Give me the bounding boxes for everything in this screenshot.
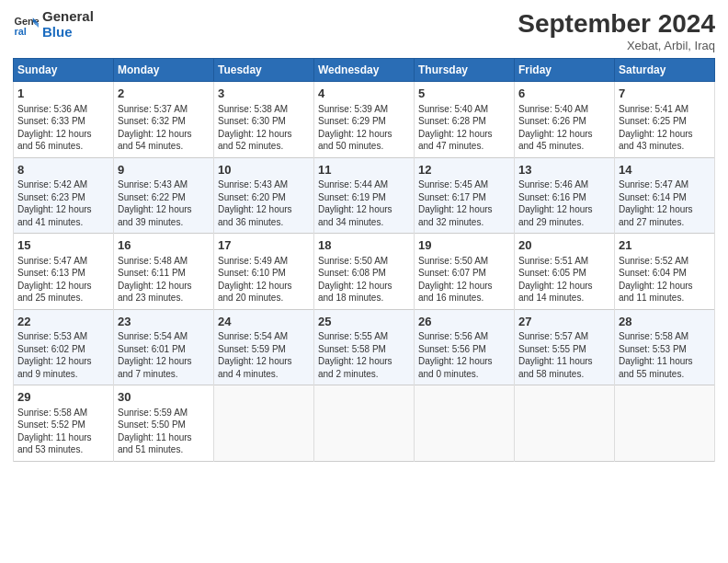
day-number: 14 [619, 162, 711, 178]
calendar-cell: 30Sunrise: 5:59 AM Sunset: 5:50 PM Dayli… [114, 385, 214, 462]
day-number: 7 [619, 86, 711, 102]
calendar-cell: 1Sunrise: 5:36 AM Sunset: 6:33 PM Daylig… [14, 82, 114, 158]
day-number: 28 [619, 314, 711, 330]
calendar-cell: 5Sunrise: 5:40 AM Sunset: 6:28 PM Daylig… [415, 82, 515, 158]
calendar-cell: 15Sunrise: 5:47 AM Sunset: 6:13 PM Dayli… [14, 234, 114, 310]
weekday-header: Wednesday [314, 59, 415, 82]
logo: Gene ral General Blue [13, 9, 94, 40]
day-number: 4 [318, 86, 410, 102]
day-number: 2 [118, 86, 210, 102]
svg-text:ral: ral [15, 25, 27, 36]
day-number: 29 [17, 389, 109, 406]
day-info: Sunrise: 5:38 AM Sunset: 6:30 PM Dayligh… [218, 103, 310, 153]
calendar-body: 1Sunrise: 5:36 AM Sunset: 6:33 PM Daylig… [14, 82, 715, 462]
day-number: 12 [418, 162, 510, 178]
calendar-cell [615, 385, 715, 462]
day-info: Sunrise: 5:54 AM Sunset: 5:59 PM Dayligh… [218, 330, 310, 380]
calendar-cell: 16Sunrise: 5:48 AM Sunset: 6:11 PM Dayli… [114, 234, 214, 310]
calendar-cell: 26Sunrise: 5:56 AM Sunset: 5:56 PM Dayli… [415, 309, 515, 385]
day-info: Sunrise: 5:48 AM Sunset: 6:11 PM Dayligh… [118, 255, 210, 304]
day-info: Sunrise: 5:53 AM Sunset: 6:02 PM Dayligh… [17, 330, 109, 380]
calendar-week-row: 22Sunrise: 5:53 AM Sunset: 6:02 PM Dayli… [14, 309, 715, 385]
day-info: Sunrise: 5:47 AM Sunset: 6:14 PM Dayligh… [619, 178, 711, 228]
day-info: Sunrise: 5:52 AM Sunset: 6:04 PM Dayligh… [619, 255, 711, 304]
page-container: Gene ral General Blue September 2024 Xeb… [0, 0, 728, 471]
calendar-cell [314, 385, 415, 462]
day-number: 10 [218, 162, 310, 178]
day-number: 3 [218, 86, 310, 102]
day-number: 11 [318, 162, 410, 178]
day-info: Sunrise: 5:50 AM Sunset: 6:08 PM Dayligh… [318, 255, 410, 304]
day-number: 20 [518, 237, 610, 254]
day-info: Sunrise: 5:42 AM Sunset: 6:23 PM Dayligh… [17, 178, 109, 228]
weekday-header: Thursday [415, 59, 515, 82]
day-info: Sunrise: 5:58 AM Sunset: 5:52 PM Dayligh… [17, 407, 109, 456]
day-number: 21 [619, 237, 711, 254]
day-info: Sunrise: 5:40 AM Sunset: 6:28 PM Dayligh… [418, 103, 510, 153]
day-info: Sunrise: 5:50 AM Sunset: 6:07 PM Dayligh… [418, 255, 510, 304]
calendar-week-row: 29Sunrise: 5:58 AM Sunset: 5:52 PM Dayli… [14, 385, 715, 462]
location: Xebat, Arbil, Iraq [518, 39, 715, 52]
calendar-cell: 4Sunrise: 5:39 AM Sunset: 6:29 PM Daylig… [314, 82, 415, 158]
day-number: 16 [118, 237, 210, 254]
day-number: 27 [518, 314, 610, 330]
day-info: Sunrise: 5:59 AM Sunset: 5:50 PM Dayligh… [118, 407, 210, 456]
day-info: Sunrise: 5:37 AM Sunset: 6:32 PM Dayligh… [118, 103, 210, 153]
logo-text-line2: Blue [42, 25, 94, 40]
calendar-cell: 29Sunrise: 5:58 AM Sunset: 5:52 PM Dayli… [14, 385, 114, 462]
day-number: 24 [218, 314, 310, 330]
calendar-week-row: 15Sunrise: 5:47 AM Sunset: 6:13 PM Dayli… [14, 234, 715, 310]
calendar-table: SundayMondayTuesdayWednesdayThursdayFrid… [13, 58, 715, 462]
calendar-cell: 3Sunrise: 5:38 AM Sunset: 6:30 PM Daylig… [214, 82, 314, 158]
day-info: Sunrise: 5:36 AM Sunset: 6:33 PM Dayligh… [17, 103, 109, 153]
day-info: Sunrise: 5:57 AM Sunset: 5:55 PM Dayligh… [518, 330, 610, 380]
calendar-cell: 17Sunrise: 5:49 AM Sunset: 6:10 PM Dayli… [214, 234, 314, 310]
calendar-cell: 27Sunrise: 5:57 AM Sunset: 5:55 PM Dayli… [515, 309, 615, 385]
calendar-week-row: 8Sunrise: 5:42 AM Sunset: 6:23 PM Daylig… [14, 157, 715, 234]
day-number: 13 [518, 162, 610, 178]
calendar-cell [415, 385, 515, 462]
weekday-header: Sunday [14, 59, 114, 82]
day-info: Sunrise: 5:43 AM Sunset: 6:22 PM Dayligh… [118, 178, 210, 228]
day-number: 26 [418, 314, 510, 330]
calendar-cell: 24Sunrise: 5:54 AM Sunset: 5:59 PM Dayli… [214, 309, 314, 385]
day-info: Sunrise: 5:40 AM Sunset: 6:26 PM Dayligh… [518, 103, 610, 153]
title-block: September 2024 Xebat, Arbil, Iraq [518, 9, 715, 52]
day-info: Sunrise: 5:47 AM Sunset: 6:13 PM Dayligh… [17, 255, 109, 304]
calendar-cell: 22Sunrise: 5:53 AM Sunset: 6:02 PM Dayli… [14, 309, 114, 385]
weekday-header: Monday [114, 59, 214, 82]
calendar-cell: 8Sunrise: 5:42 AM Sunset: 6:23 PM Daylig… [14, 157, 114, 234]
calendar-cell: 14Sunrise: 5:47 AM Sunset: 6:14 PM Dayli… [615, 157, 715, 234]
calendar-cell: 9Sunrise: 5:43 AM Sunset: 6:22 PM Daylig… [114, 157, 214, 234]
day-info: Sunrise: 5:51 AM Sunset: 6:05 PM Dayligh… [518, 255, 610, 304]
day-number: 5 [418, 86, 510, 102]
day-number: 6 [518, 86, 610, 102]
calendar-cell: 10Sunrise: 5:43 AM Sunset: 6:20 PM Dayli… [214, 157, 314, 234]
calendar-cell: 23Sunrise: 5:54 AM Sunset: 6:01 PM Dayli… [114, 309, 214, 385]
calendar-cell: 18Sunrise: 5:50 AM Sunset: 6:08 PM Dayli… [314, 234, 415, 310]
logo-icon: Gene ral [13, 12, 39, 38]
weekday-header: Friday [515, 59, 615, 82]
day-number: 18 [318, 237, 410, 254]
calendar-cell: 6Sunrise: 5:40 AM Sunset: 6:26 PM Daylig… [515, 82, 615, 158]
day-info: Sunrise: 5:55 AM Sunset: 5:58 PM Dayligh… [318, 330, 410, 380]
day-number: 9 [118, 162, 210, 178]
day-number: 30 [118, 389, 210, 406]
calendar-cell: 2Sunrise: 5:37 AM Sunset: 6:32 PM Daylig… [114, 82, 214, 158]
day-info: Sunrise: 5:58 AM Sunset: 5:53 PM Dayligh… [619, 330, 711, 380]
day-info: Sunrise: 5:44 AM Sunset: 6:19 PM Dayligh… [318, 178, 410, 228]
day-info: Sunrise: 5:56 AM Sunset: 5:56 PM Dayligh… [418, 330, 510, 380]
calendar-cell: 28Sunrise: 5:58 AM Sunset: 5:53 PM Dayli… [615, 309, 715, 385]
calendar-cell [214, 385, 314, 462]
day-number: 17 [218, 237, 310, 254]
calendar-cell: 11Sunrise: 5:44 AM Sunset: 6:19 PM Dayli… [314, 157, 415, 234]
header: Gene ral General Blue September 2024 Xeb… [13, 9, 715, 52]
day-info: Sunrise: 5:43 AM Sunset: 6:20 PM Dayligh… [218, 178, 310, 228]
calendar-cell: 19Sunrise: 5:50 AM Sunset: 6:07 PM Dayli… [415, 234, 515, 310]
calendar-cell: 12Sunrise: 5:45 AM Sunset: 6:17 PM Dayli… [415, 157, 515, 234]
calendar-cell [515, 385, 615, 462]
calendar-week-row: 1Sunrise: 5:36 AM Sunset: 6:33 PM Daylig… [14, 82, 715, 158]
day-number: 19 [418, 237, 510, 254]
calendar-header: SundayMondayTuesdayWednesdayThursdayFrid… [14, 59, 715, 82]
day-number: 15 [17, 237, 109, 254]
